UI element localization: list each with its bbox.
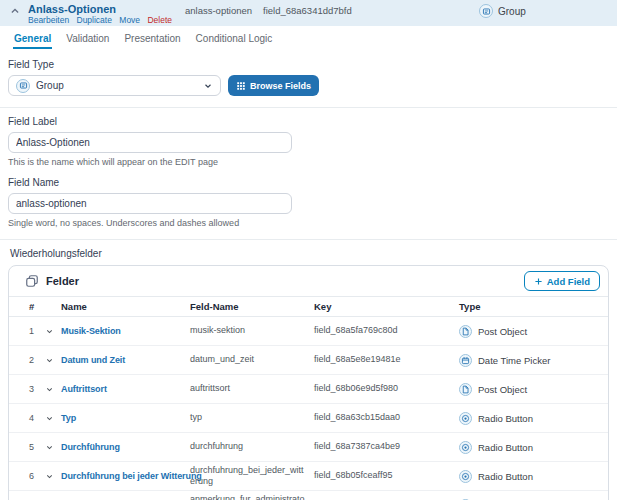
field-label-section: Field Label This is the name which will …	[0, 108, 617, 239]
add-field-label: Add Field	[547, 276, 590, 287]
col-name: Name	[61, 301, 190, 312]
chevron-down-icon[interactable]	[45, 385, 61, 394]
field-key: field_68a63cb15daa0	[314, 412, 459, 423]
tab-validation[interactable]: Validation	[65, 26, 110, 51]
field-name-input[interactable]	[8, 193, 292, 214]
col-type: Type	[459, 301, 608, 312]
chevron-down-icon	[203, 81, 213, 91]
radio-button-icon	[459, 470, 472, 483]
chevron-down-icon[interactable]	[45, 443, 61, 452]
field-row: 4Typtypfield_68a63cb15daa0Radio Button	[9, 404, 608, 433]
field-type-cell: Radio Button	[459, 470, 608, 483]
fields-table-header: # Name Feld-Name Key Type	[9, 297, 608, 317]
field-slug: durchfuhrung_bei_jeder_witterung	[190, 465, 314, 488]
subfields-panel: Felder Add Field # Name Feld-Name Key Ty…	[8, 265, 609, 500]
edit-action[interactable]: Bearbeiten	[28, 15, 69, 25]
radio-button-icon	[459, 412, 472, 425]
field-slug: musik-sektion	[190, 325, 314, 336]
field-name-link[interactable]: Durchführung bei jeder Witterung	[61, 471, 190, 481]
field-type-label: Date Time Picker	[478, 355, 550, 366]
tab-presentation[interactable]: Presentation	[123, 26, 181, 51]
field-type-cell: Date Time Picker	[459, 354, 608, 367]
field-key: field_68a5e8e19481e	[314, 354, 459, 365]
chevron-up-icon[interactable]	[10, 6, 20, 16]
field-row: 2Datum und Zeitdatum_und_zeitfield_68a5e…	[9, 346, 608, 375]
duplicate-action[interactable]: Duplicate	[77, 15, 112, 25]
field-type-text: Group	[498, 6, 526, 17]
field-type-select[interactable]: Group	[8, 75, 221, 96]
field-name-help: Single word, no spaces. Underscores and …	[8, 218, 609, 228]
col-feld-name: Feld-Name	[190, 301, 314, 312]
field-type-cell: Radio Button	[459, 441, 608, 454]
field-row: 5Durchführungdurchfuhrungfield_68a7387ca…	[9, 433, 608, 462]
field-slug: datum_und_zeit	[190, 354, 314, 365]
row-number: 2	[29, 355, 45, 365]
field-row: 7Anmerkung für Administratoranmerkung_fu…	[9, 491, 608, 500]
field-name-link[interactable]: Durchführung	[61, 442, 190, 452]
field-key: field_68b06e9d5f980	[314, 383, 459, 394]
field-type-label: Post Object	[478, 384, 527, 395]
field-label-input[interactable]	[8, 132, 292, 153]
subfields-section-label: Wiederholungsfelder	[0, 240, 617, 265]
field-key: field_68b05fceaff95	[314, 470, 459, 481]
post-object-icon	[459, 325, 472, 338]
field-header-bar: Anlass-Optionen Bearbeiten Duplicate Mov…	[0, 0, 617, 26]
field-label-label: Field Label	[8, 116, 609, 127]
field-type-value: Group	[36, 80, 197, 91]
field-row: 1Musik-Sektionmusik-sektionfield_68a5fa7…	[9, 317, 608, 346]
row-number: 1	[29, 326, 45, 336]
field-name-label: Field Name	[8, 177, 609, 188]
grid-icon	[236, 81, 246, 91]
field-name-link[interactable]: Typ	[61, 413, 190, 423]
field-slug: durchfuhrung	[190, 441, 314, 452]
chevron-down-icon[interactable]	[45, 356, 61, 365]
group-icon	[16, 79, 30, 93]
field-slug: typ	[190, 412, 314, 423]
browse-fields-label: Browse Fields	[250, 81, 311, 91]
field-name-link[interactable]: Musik-Sektion	[61, 326, 190, 336]
browse-fields-button[interactable]: Browse Fields	[228, 75, 319, 96]
settings-tabs: General Validation Presentation Conditio…	[0, 26, 617, 51]
tab-general[interactable]: General	[13, 26, 52, 51]
row-number: 3	[29, 384, 45, 394]
group-icon	[479, 4, 493, 18]
field-type-label: Radio Button	[478, 413, 533, 424]
plus-icon	[534, 277, 543, 286]
fields-table-body: 1Musik-Sektionmusik-sektionfield_68a5fa7…	[9, 317, 608, 500]
field-type-label: Field Type	[8, 59, 609, 70]
field-meta-name: anlass-optionen	[185, 5, 252, 16]
field-row: 6Durchführung bei jeder Witterungdurchfu…	[9, 462, 608, 491]
field-type-label: Radio Button	[478, 442, 533, 453]
field-name-link[interactable]: Auftrittsort	[61, 384, 190, 394]
add-field-button[interactable]: Add Field	[524, 271, 600, 291]
chevron-down-icon[interactable]	[45, 327, 61, 336]
field-type-label: Radio Button	[478, 471, 533, 482]
field-name-link[interactable]: Datum und Zeit	[61, 355, 190, 365]
chevron-down-icon[interactable]	[45, 472, 61, 481]
field-meta-key: field_68a6341dd7bfd	[263, 5, 352, 16]
field-label-help: This is the name which will appear on th…	[8, 157, 609, 167]
field-title-link[interactable]: Anlass-Optionen	[28, 3, 116, 15]
field-meta-type: Group	[479, 4, 526, 18]
row-number: 4	[29, 413, 45, 423]
col-key: Key	[314, 301, 459, 312]
field-slug: anmerkung_fur_administrator	[190, 494, 314, 500]
field-type-label: Post Object	[478, 326, 527, 337]
field-type-cell: Post Object	[459, 325, 608, 338]
subfields-panel-header: Felder Add Field	[9, 266, 608, 297]
move-action[interactable]: Move	[119, 15, 140, 25]
field-row: 3Auftrittsortauftrittsortfield_68b06e9d5…	[9, 375, 608, 404]
field-key: field_68a7387ca4be9	[314, 441, 459, 452]
field-slug: auftrittsort	[190, 383, 314, 394]
chevron-down-icon[interactable]	[45, 414, 61, 423]
field-type-section: Field Type Group Browse Fields	[0, 51, 617, 107]
post-object-icon	[459, 383, 472, 396]
stack-icon	[25, 274, 39, 288]
field-type-cell: Radio Button	[459, 412, 608, 425]
row-number: 5	[29, 442, 45, 452]
tab-conditional-logic[interactable]: Conditional Logic	[195, 26, 274, 51]
date-time-picker-icon	[459, 354, 472, 367]
subfields-panel-title: Felder	[46, 275, 79, 287]
radio-button-icon	[459, 441, 472, 454]
delete-action[interactable]: Delete	[147, 15, 172, 25]
